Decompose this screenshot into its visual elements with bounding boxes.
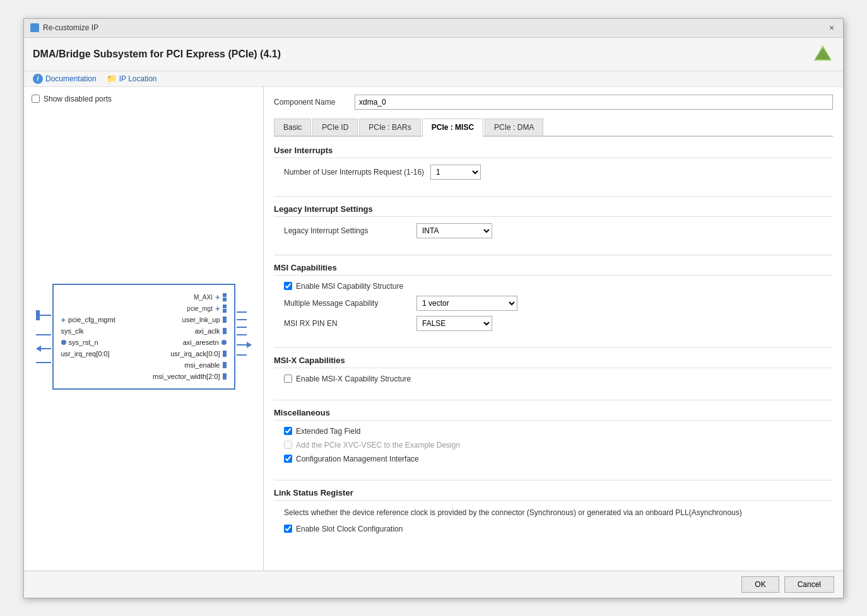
tab-pcie-bars[interactable]: PCIe : BARs (359, 119, 420, 136)
ext-line-cfg (40, 315, 51, 316)
port-label-msienable: msi_enable (184, 361, 220, 369)
block-wrapper: M_AXI + pcie (36, 284, 252, 390)
msi-rx-select[interactable]: FALSE TRUE (416, 316, 492, 331)
port-label-axiaclk: axi_aclk (195, 327, 220, 335)
msix-title: MSI-X Capabilities (274, 356, 833, 368)
ext-port-axiaresetn (237, 342, 252, 348)
multiple-msg-label: Multiple Message Capability (284, 299, 410, 308)
sep4 (274, 400, 833, 400)
right-panel: Component Name Basic PCIe ID PCIe : BARs… (264, 87, 843, 571)
ext-port-irqack (237, 354, 252, 356)
num-irq-select[interactable]: 1 2 4 8 16 (430, 165, 481, 180)
port-label-irqack: usr_irq_ack[0:0] (170, 350, 220, 357)
component-name-label: Component Name (274, 98, 350, 107)
enable-msi-checkbox[interactable] (284, 282, 292, 290)
port-plus-pciemgt[interactable]: + (215, 304, 220, 313)
multiple-msg-row: Multiple Message Capability 1 vector 2 v… (274, 296, 833, 311)
add-pcie-checkbox[interactable] (284, 441, 292, 449)
left-external-ports (36, 310, 51, 363)
msi-rx-row: MSI RX PIN EN FALSE TRUE (274, 316, 833, 331)
port-conn-axiaclk (223, 328, 227, 334)
sep2 (274, 255, 833, 255)
ext-port-axiaclk (237, 334, 252, 335)
port-label-sysclk: sys_clk (61, 327, 84, 335)
ext-line-irqack (237, 354, 247, 356)
main-content: Show disabled ports (24, 87, 843, 571)
show-disabled-checkbox[interactable] (32, 95, 40, 103)
port-row-pciemgt: pcie_mgt + (61, 303, 227, 314)
enable-slot-row: Enable Slot Clock Configuration (274, 525, 833, 533)
port-conn-irqack (223, 351, 227, 357)
ext-port-userlnkup (237, 327, 252, 328)
tab-pcie-dma[interactable]: PCIe : DMA (485, 119, 543, 136)
port-conn-maxi-2 (223, 298, 227, 301)
enable-msi-label: Enable MSI Capability Structure (296, 282, 403, 291)
component-name-row: Component Name (274, 95, 833, 110)
footer: OK Cancel (24, 571, 843, 598)
tab-pcie-id[interactable]: PCIe ID (312, 119, 358, 136)
legacy-settings-label: Legacy Interrupt Settings (284, 226, 410, 235)
config-mgmt-row: Configuration Management Interface (274, 455, 833, 463)
ip-location-link[interactable]: 📁 IP Location (107, 74, 157, 83)
ext-line-axiaresetn (237, 344, 247, 346)
user-interrupts-title: User Interrupts (274, 146, 833, 158)
toolbar: i Documentation 📁 IP Location (24, 71, 843, 87)
port-row-sysrst: sys_rst_n axi_aresetn (61, 337, 227, 348)
tab-pcie-misc[interactable]: PCIe : MISC (422, 119, 483, 137)
port-conn-pciemgt-1 (223, 305, 227, 308)
port-conn-userlnkup (223, 317, 227, 323)
extended-tag-label: Extended Tag Field (296, 427, 361, 436)
right-external-ports (237, 311, 252, 362)
documentation-link[interactable]: i Documentation (33, 74, 97, 84)
ext-line-irqreq (36, 362, 51, 363)
port-row-msienable: msi_enable (61, 359, 227, 371)
enable-slot-checkbox[interactable] (284, 525, 292, 533)
config-mgmt-label: Configuration Management Interface (296, 455, 419, 463)
num-irq-label: Number of User Interrupts Request (1-16) (284, 168, 424, 177)
section-miscellaneous: Miscellaneous Extended Tag Field Add the… (274, 408, 833, 468)
ext-port-pciemgt-r (237, 319, 252, 320)
component-name-input[interactable] (355, 95, 833, 110)
add-pcie-row: Add the PCIe XVC-VSEC to the Example Des… (274, 441, 833, 450)
svg-marker-1 (815, 48, 830, 59)
close-button[interactable]: × (827, 23, 837, 33)
port-label-pciemgt: pcie_mgt (187, 305, 213, 312)
port-plus-maxi[interactable]: + (215, 293, 220, 302)
ext-line-sysrst (41, 348, 51, 349)
port-label-sysrst: sys_rst_n (69, 339, 98, 346)
extended-tag-checkbox[interactable] (284, 427, 292, 435)
legacy-settings-select[interactable]: INTA INTB INTC INTD (416, 223, 492, 238)
arrow-axiaresetn (247, 342, 252, 348)
port-row-irqreq: usr_irq_req[0:0] usr_irq_ack[0:0] (61, 348, 227, 359)
port-conn-pciemgt-2 (223, 309, 227, 313)
port-label-cfgmgmt: pcie_cfg_mgmt (68, 316, 115, 323)
tab-basic[interactable]: Basic (274, 119, 311, 136)
port-label-msivecwidth: msi_vector_width[2:0] (153, 373, 220, 380)
add-pcie-label: Add the PCIe XVC-VSEC to the Example Des… (296, 441, 460, 450)
ext-line-pciemgt (237, 319, 247, 320)
config-mgmt-checkbox[interactable] (284, 455, 292, 463)
enable-msix-checkbox[interactable] (284, 375, 292, 383)
ext-port-sysclk (36, 334, 51, 335)
port-dot-axiaresetn (221, 340, 227, 345)
ext-port-sysrst (36, 346, 51, 352)
enable-msi-row: Enable MSI Capability Structure (274, 282, 833, 291)
arrow-sysrst (36, 346, 41, 352)
folder-icon: 📁 (107, 74, 117, 83)
cancel-button[interactable]: Cancel (784, 576, 834, 593)
ext-port-pcie-cfg (36, 310, 51, 320)
port-label-axiaresetn: axi_aresetn (183, 339, 219, 346)
ext-line-userlnkup (237, 327, 247, 328)
ext-line-maxi (237, 311, 247, 313)
show-disabled-row: Show disabled ports (32, 95, 256, 103)
port-label-userlnkup: user_lnk_up (182, 316, 220, 323)
multiple-msg-select[interactable]: 1 vector 2 vectors 4 vectors 8 vectors 1… (416, 296, 517, 311)
link-status-description: Selects whether the device reference clo… (274, 507, 833, 518)
info-icon: i (33, 74, 43, 84)
section-link-status: Link Status Register Selects whether the… (274, 488, 833, 538)
port-plus-cfgmgmt[interactable]: + (61, 315, 66, 325)
xilinx-logo (811, 43, 834, 66)
dialog-title: DMA/Bridge Subsystem for PCI Express (PC… (33, 49, 281, 60)
msi-rx-label: MSI RX PIN EN (284, 319, 410, 328)
ok-button[interactable]: OK (741, 576, 779, 593)
